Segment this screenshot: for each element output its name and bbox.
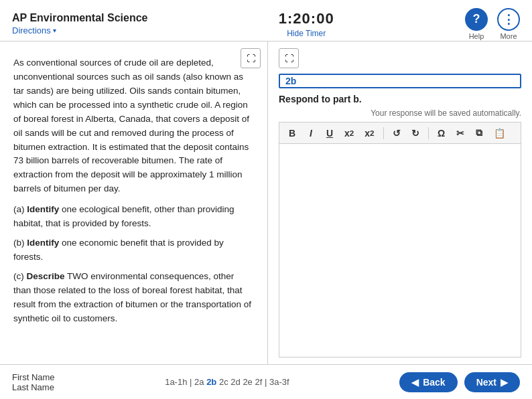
passage-text: As conventional sources of crude oil are…: [13, 56, 254, 326]
respond-label: Respond to part b.: [279, 94, 521, 104]
expand-icon: ⛶: [247, 54, 255, 64]
more-button[interactable]: ⋮: [497, 8, 520, 31]
autosave-notice: Your response will be saved automaticall…: [279, 108, 521, 118]
underline-button[interactable]: U: [322, 127, 337, 140]
timer-display: 1:20:00: [279, 10, 334, 27]
nav-link-2f[interactable]: 2f: [255, 377, 262, 387]
app-title: AP Environmental Science: [12, 12, 147, 24]
header-right: ? Help ⋮ More: [465, 8, 520, 40]
header-left: AP Environmental Science Directions ▾: [12, 12, 147, 35]
help-button[interactable]: ?: [465, 8, 488, 31]
main-content: ⛶ As conventional sources of crude oil a…: [0, 42, 532, 364]
toolbar-separator-2: [428, 127, 429, 139]
header: AP Environmental Science Directions ▾ 1:…: [0, 0, 532, 42]
header-center: 1:20:00 Hide Timer: [279, 10, 334, 38]
nav-link-2a[interactable]: 2a: [194, 377, 204, 387]
nav-links: 1a-1h | 2a 2b 2c 2d 2e 2f | 3a-3f: [165, 377, 289, 387]
nav-link-2e[interactable]: 2e: [243, 377, 252, 387]
next-button[interactable]: Next ▶: [464, 372, 520, 392]
footer: First Name Last Name 1a-1h | 2a 2b 2c 2d…: [0, 364, 532, 399]
back-button[interactable]: ◀ Back: [399, 372, 457, 392]
expand-right-button[interactable]: ⛶: [279, 48, 299, 68]
cut-button[interactable]: ✂: [453, 127, 468, 140]
nav-link-3a[interactable]: 3a-3f: [269, 377, 289, 387]
response-textarea[interactable]: [279, 143, 521, 357]
part-a: (a) Identify one ecological benefit, oth…: [13, 203, 254, 231]
last-name: Last Name: [12, 382, 55, 392]
toolbar-separator-1: [383, 127, 384, 139]
paste-button[interactable]: 📋: [490, 127, 509, 140]
part-c: (c) Describe TWO environmental consequen…: [13, 270, 254, 326]
next-arrow-icon: ▶: [501, 377, 508, 388]
footer-buttons: ◀ Back Next ▶: [399, 372, 520, 392]
italic-button[interactable]: I: [304, 127, 318, 140]
nav-link-2c[interactable]: 2c: [219, 377, 228, 387]
superscript-button[interactable]: x2: [341, 127, 357, 140]
nav-link-2d[interactable]: 2d: [230, 377, 240, 387]
directions-label: Directions: [12, 25, 51, 35]
expand-right-icon: ⛶: [285, 54, 293, 64]
help-group: ? Help: [465, 8, 488, 40]
copy-button[interactable]: ⧉: [472, 126, 486, 140]
toolbar: B I U x2 x2 ↺ ↻ Ω ✂ ⧉ 📋: [279, 122, 521, 143]
student-name: First Name Last Name: [12, 372, 55, 392]
special-char-button[interactable]: Ω: [434, 127, 449, 140]
bold-button[interactable]: B: [285, 127, 300, 140]
chevron-down-icon: ▾: [53, 27, 56, 34]
right-panel: ⛶ 2b Respond to part b. Your response wi…: [268, 42, 532, 364]
question-tag: 2b: [279, 74, 521, 88]
next-label: Next: [476, 377, 496, 388]
directions-button[interactable]: Directions ▾: [12, 25, 147, 35]
nav-link-2b-active[interactable]: 2b: [206, 377, 216, 387]
nav-link-1a[interactable]: 1a-1h: [165, 377, 187, 387]
passage-paragraph: As conventional sources of crude oil are…: [13, 56, 254, 196]
redo-button[interactable]: ↻: [408, 127, 423, 140]
more-label: More: [500, 32, 517, 40]
first-name: First Name: [12, 372, 55, 382]
back-label: Back: [423, 377, 445, 388]
subscript-button[interactable]: x2: [361, 127, 377, 140]
expand-left-button[interactable]: ⛶: [241, 48, 261, 68]
undo-button[interactable]: ↺: [389, 127, 404, 140]
hide-timer-button[interactable]: Hide Timer: [279, 29, 334, 38]
help-label: Help: [469, 32, 484, 40]
part-b: (b) Identify one economic benefit that i…: [13, 236, 254, 264]
back-arrow-icon: ◀: [411, 377, 419, 388]
more-group: ⋮ More: [497, 8, 520, 40]
left-panel: ⛶ As conventional sources of crude oil a…: [0, 42, 268, 364]
